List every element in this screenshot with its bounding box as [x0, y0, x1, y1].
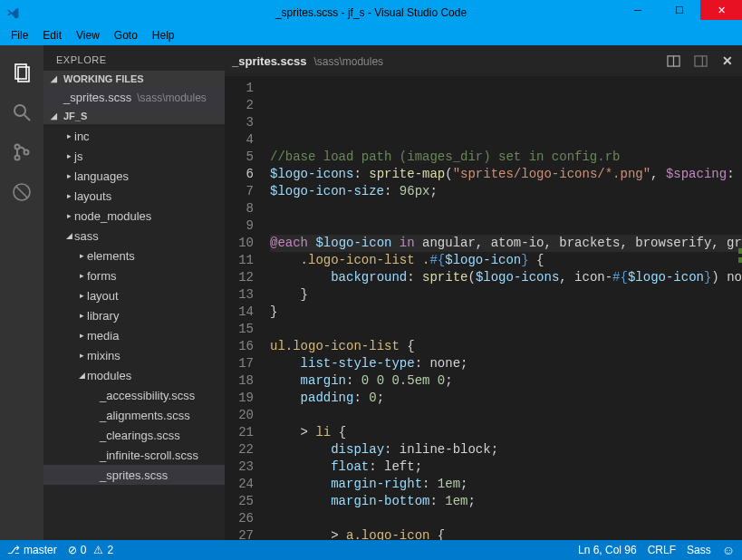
line-number: 18 [225, 372, 254, 390]
tree-folder[interactable]: ◢modules [43, 365, 225, 385]
sidebar-title: EXPLORE [43, 45, 225, 71]
code-line[interactable]: $logo-icons: sprite-map("sprites/logo-ic… [270, 166, 742, 183]
menu-file[interactable]: File [4, 29, 35, 42]
code-line[interactable]: ul.logo-icon-list { [270, 338, 742, 355]
tree-folder[interactable]: ▸node_modules [43, 206, 225, 226]
code-line[interactable]: //base load path (images_dir) set in con… [270, 149, 742, 166]
code-line[interactable]: padding: 0; [270, 390, 742, 407]
tree-folder[interactable]: ▸media [43, 325, 225, 345]
cursor-position-status[interactable]: Ln 6, Col 96 [578, 544, 637, 556]
code-line[interactable] [270, 321, 742, 338]
editor-tab-bar: _sprites.scss \sass\modules ✕ [225, 45, 742, 76]
chevron-right-icon: ▸ [76, 271, 87, 280]
line-number: 24 [225, 476, 254, 493]
line-number: 10 [225, 235, 254, 252]
svg-line-8 [16, 187, 27, 198]
git-branch-name: master [24, 544, 57, 556]
tree-folder[interactable]: ▸languages [43, 166, 225, 186]
tree-file[interactable]: _alignments.scss [43, 405, 225, 425]
working-files-header[interactable]: ◢ WORKING FILES [43, 71, 225, 87]
tree-folder[interactable]: ▸layouts [43, 186, 225, 206]
cursor-position-label: Ln 6, Col 96 [578, 544, 637, 556]
open-file-name: _sprites.scss [232, 54, 306, 68]
line-number: 20 [225, 407, 254, 424]
code-line[interactable]: margin-right: 1em; [270, 476, 742, 493]
eol-status[interactable]: CRLF [648, 544, 676, 556]
code-line[interactable]: > a.logo-icon { [270, 527, 742, 540]
activity-bar [0, 45, 43, 540]
code-line[interactable]: float: left; [270, 459, 742, 476]
chevron-down-icon: ◢ [76, 371, 87, 380]
window-title: _sprites.scss - jf_s - Visual Studio Cod… [275, 6, 467, 19]
tree-folder[interactable]: ▸forms [43, 266, 225, 285]
line-number: 12 [225, 269, 254, 286]
line-number: 4 [225, 131, 254, 149]
close-editor-icon[interactable]: ✕ [720, 53, 735, 68]
explorer-icon[interactable] [0, 53, 43, 92]
code-line[interactable] [270, 407, 742, 424]
code-line[interactable]: background: sprite($logo-icons, icon-#{$… [270, 269, 742, 286]
code-line[interactable]: > li { [270, 424, 742, 441]
code-line[interactable]: margin-bottom: 1em; [270, 493, 742, 510]
tree-folder[interactable]: ▸library [43, 305, 225, 325]
open-file-path: \sass\modules [313, 55, 383, 68]
git-icon[interactable] [0, 132, 43, 172]
line-number: 27 [225, 527, 254, 540]
code-line[interactable]: $logo-icon-size: 96px; [270, 183, 742, 200]
tree-folder[interactable]: ▸layout [43, 285, 225, 305]
split-editor-icon[interactable] [666, 53, 680, 68]
tree-label: sass [74, 229, 99, 243]
working-file-name: _sprites.scss [63, 91, 131, 104]
language-mode-status[interactable]: Sass [687, 544, 711, 556]
tree-folder[interactable]: ◢sass [43, 226, 225, 246]
menu-view[interactable]: View [69, 29, 107, 42]
problems-status[interactable]: ⊘ 0 ⚠ 2 [68, 544, 113, 556]
tree-label: layout [87, 289, 119, 303]
chevron-right-icon: ▸ [63, 131, 74, 140]
code-line[interactable] [270, 217, 742, 235]
line-number: 15 [225, 321, 254, 338]
code-line[interactable] [270, 510, 742, 527]
line-number: 9 [225, 217, 254, 235]
window-minimize-button[interactable]: ─ [617, 0, 659, 20]
search-icon[interactable] [0, 92, 43, 132]
code-line[interactable]: .logo-icon-list .#{$logo-icon} { [270, 252, 742, 269]
code-line[interactable]: list-style-type: none; [270, 355, 742, 372]
language-label: Sass [687, 544, 711, 556]
code-line[interactable]: @each $logo-icon in angular, atom-io, br… [270, 235, 742, 252]
code-content[interactable]: //base load path (images_dir) set in con… [265, 76, 742, 540]
window-close-button[interactable]: ✕ [700, 0, 742, 20]
menu-help[interactable]: Help [145, 29, 182, 42]
tree-file[interactable]: _accessibility.scss [43, 385, 225, 405]
feedback-icon[interactable]: ☺ [722, 543, 735, 557]
debug-icon[interactable] [0, 172, 43, 212]
tree-file[interactable]: _sprites.scss [43, 465, 225, 485]
menu-edit[interactable]: Edit [35, 29, 69, 42]
code-line[interactable]: } [270, 304, 742, 321]
git-branch-status[interactable]: ⎇ master [7, 544, 57, 556]
line-number: 21 [225, 424, 254, 441]
tree-folder[interactable]: ▸inc [43, 126, 225, 146]
menu-bar: FileEditViewGotoHelp [0, 25, 742, 45]
code-line[interactable]: margin: 0 0 0.5em 0; [270, 372, 742, 390]
menu-goto[interactable]: Goto [107, 29, 145, 42]
code-editor[interactable]: 1234567891011121314151617181920212223242… [225, 76, 742, 540]
chevron-right-icon: ▸ [63, 151, 74, 160]
chevron-right-icon: ▸ [76, 331, 87, 340]
tree-file[interactable]: _clearings.scss [43, 425, 225, 445]
tree-folder[interactable]: ▸elements [43, 246, 225, 266]
tree-folder[interactable]: ▸mixins [43, 345, 225, 365]
code-line[interactable]: } [270, 286, 742, 304]
code-line[interactable]: display: inline-block; [270, 441, 742, 459]
more-actions-icon[interactable] [693, 53, 708, 68]
line-number: 11 [225, 252, 254, 269]
window-maximize-button[interactable]: ☐ [659, 0, 700, 20]
line-number: 3 [225, 114, 254, 131]
tree-file[interactable]: _infinite-scroll.scss [43, 445, 225, 465]
svg-line-3 [24, 115, 30, 121]
tree-folder[interactable]: ▸js [43, 146, 225, 166]
project-header[interactable]: ◢ JF_S [43, 108, 225, 124]
tree-label: layouts [74, 189, 111, 203]
code-line[interactable] [270, 200, 742, 217]
working-file[interactable]: _sprites.scss\sass\modules [43, 87, 225, 108]
